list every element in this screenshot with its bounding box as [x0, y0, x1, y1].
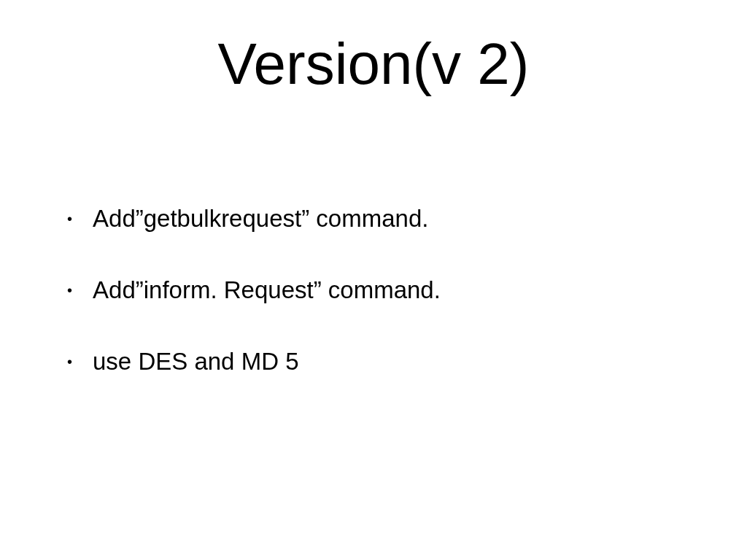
bullet-text: Add”getbulkrequest” command. [93, 204, 428, 233]
bullet-text: use DES and MD 5 [93, 347, 298, 376]
slide-title: Version(v 2) [0, 31, 747, 98]
list-item: • use DES and MD 5 [64, 347, 677, 376]
bullet-icon: • [67, 204, 72, 233]
bullet-icon: • [67, 347, 72, 376]
list-item: • Add”inform. Request” command. [64, 276, 677, 305]
bullet-icon: • [67, 276, 72, 305]
bullet-list: • Add”getbulkrequest” command. • Add”inf… [64, 204, 677, 419]
bullet-text: Add”inform. Request” command. [93, 276, 441, 305]
list-item: • Add”getbulkrequest” command. [64, 204, 677, 233]
